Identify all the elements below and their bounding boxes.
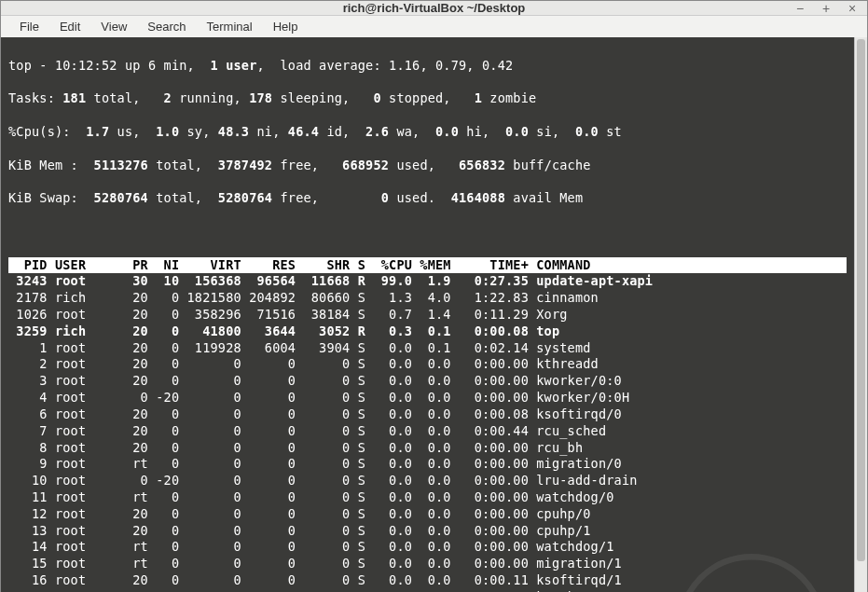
menu-edit[interactable]: Edit — [50, 16, 90, 37]
menu-search[interactable]: Search — [138, 16, 195, 37]
maximize-button[interactable]: + — [817, 0, 835, 18]
minimize-button[interactable]: − — [791, 0, 809, 18]
process-row: 7 root 20 0 0 0 0 S 0.0 0.0 0:00.44 rcu_… — [8, 423, 847, 440]
top-line-swap: KiB Swap: 5280764 total, 5280764 free, 0… — [8, 190, 847, 207]
window-controls: − + × — [791, 1, 861, 15]
process-row: 14 root rt 0 0 0 0 S 0.0 0.0 0:00.00 wat… — [8, 539, 847, 556]
top-line-uptime: top - 10:12:52 up 6 min, 1 user, load av… — [8, 58, 847, 75]
menu-terminal[interactable]: Terminal — [198, 16, 262, 37]
process-row: 1026 root 20 0 358296 71516 38184 S 0.7 … — [8, 307, 847, 324]
process-row: 3259 rich 20 0 41800 3644 3052 R 0.3 0.1… — [8, 324, 847, 340]
titlebar[interactable]: rich@rich-VirtualBox ~/Desktop − + × — [1, 1, 867, 16]
process-table-header: PID USER PR NI VIRT RES SHR S %CPU %MEM … — [8, 257, 847, 274]
terminal-window: rich@rich-VirtualBox ~/Desktop − + × Fil… — [0, 0, 868, 592]
terminal-output[interactable]: top - 10:12:52 up 6 min, 1 user, load av… — [1, 37, 854, 592]
process-row: 3 root 20 0 0 0 0 S 0.0 0.0 0:00.00 kwor… — [8, 373, 847, 390]
menu-help[interactable]: Help — [264, 16, 308, 37]
window-title: rich@rich-VirtualBox ~/Desktop — [343, 1, 526, 15]
process-row: 4 root 0 -20 0 0 0 S 0.0 0.0 0:00.00 kwo… — [8, 390, 847, 406]
process-row: 10 root 0 -20 0 0 0 S 0.0 0.0 0:00.00 lr… — [8, 473, 847, 489]
process-row: 8 root 20 0 0 0 0 S 0.0 0.0 0:00.00 rcu_… — [8, 440, 847, 457]
process-table-body: 3243 root 30 10 156368 96564 11668 R 99.… — [8, 273, 847, 592]
top-line-tasks: Tasks: 181 total, 2 running, 178 sleepin… — [8, 90, 847, 107]
scrollbar-thumb[interactable] — [857, 39, 865, 561]
process-row: 12 root 20 0 0 0 0 S 0.0 0.0 0:00.00 cpu… — [8, 506, 847, 523]
process-row: 1 root 20 0 119928 6004 3904 S 0.0 0.1 0… — [8, 340, 847, 357]
process-row: 16 root 20 0 0 0 0 S 0.0 0.0 0:00.11 kso… — [8, 572, 847, 589]
process-row: 15 root rt 0 0 0 0 S 0.0 0.0 0:00.00 mig… — [8, 556, 847, 572]
process-row: 13 root 20 0 0 0 0 S 0.0 0.0 0:00.00 cpu… — [8, 523, 847, 540]
top-line-cpu: %Cpu(s): 1.7 us, 1.0 sy, 48.3 ni, 46.4 i… — [8, 124, 847, 141]
process-row: 11 root rt 0 0 0 0 S 0.0 0.0 0:00.00 wat… — [8, 489, 847, 506]
blank-line — [8, 224, 847, 241]
process-row: 9 root rt 0 0 0 0 S 0.0 0.0 0:00.00 migr… — [8, 456, 847, 473]
process-row: 2 root 20 0 0 0 0 S 0.0 0.0 0:00.00 kthr… — [8, 356, 847, 373]
terminal-area: top - 10:12:52 up 6 min, 1 user, load av… — [1, 37, 867, 592]
vertical-scrollbar[interactable] — [854, 37, 867, 592]
process-row: 6 root 20 0 0 0 0 S 0.0 0.0 0:00.08 ksof… — [8, 406, 847, 423]
close-button[interactable]: × — [843, 0, 861, 18]
menu-file[interactable]: File — [10, 16, 48, 37]
process-row: 3243 root 30 10 156368 96564 11668 R 99.… — [8, 273, 847, 290]
menu-view[interactable]: View — [91, 16, 136, 37]
top-line-mem: KiB Mem : 5113276 total, 3787492 free, 6… — [8, 158, 847, 174]
process-row: 2178 rich 20 0 1821580 204892 80660 S 1.… — [8, 290, 847, 307]
menubar: File Edit View Search Terminal Help — [1, 16, 867, 37]
